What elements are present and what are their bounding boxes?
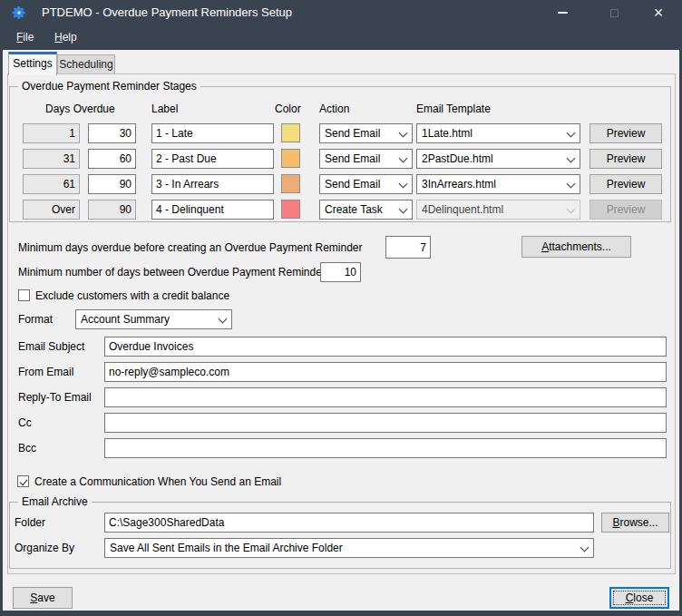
chevron-down-icon xyxy=(399,130,407,138)
organize-by-label: Organize By xyxy=(15,538,74,558)
stage-action-dropdown-value: Send Email xyxy=(325,127,380,140)
email-field-input[interactable] xyxy=(104,438,667,458)
exclude-checkbox[interactable] xyxy=(18,289,30,301)
gear-icon xyxy=(11,5,27,21)
stage-row: Send Email1Late.htmlPreview xyxy=(0,123,682,143)
email-field-label: From Email xyxy=(18,362,73,382)
stage-days-from-input xyxy=(23,123,80,143)
email-field-input[interactable] xyxy=(104,362,667,382)
folder-label: Folder xyxy=(15,513,45,533)
tab-scheduling[interactable]: Scheduling xyxy=(57,54,115,73)
min-between-label: Minimum number of days between Overdue P… xyxy=(18,262,331,282)
close-icon: × xyxy=(654,5,664,21)
chevron-down-icon xyxy=(399,206,407,214)
header-action: Action xyxy=(319,103,349,115)
stage-preview-button: Preview xyxy=(589,200,662,220)
header-label: Label xyxy=(151,103,178,115)
stage-action-dropdown-value: Send Email xyxy=(325,152,380,165)
stage-action-dropdown-value: Send Email xyxy=(325,178,380,191)
maximize-icon xyxy=(610,9,619,17)
header-color: Color xyxy=(275,103,301,115)
stage-color-swatch[interactable] xyxy=(281,200,300,219)
stage-preview-button[interactable]: Preview xyxy=(589,149,662,169)
stage-days-to-input xyxy=(88,200,136,220)
stage-days-from-input xyxy=(23,149,80,169)
menu-help[interactable]: Help xyxy=(47,25,84,50)
email-field-label: Email Subject xyxy=(18,337,84,357)
chevron-down-icon xyxy=(580,544,589,552)
email-field-label: Reply-To Email xyxy=(18,387,92,407)
format-value: Account Summary xyxy=(81,313,170,326)
min-between-input[interactable] xyxy=(320,262,361,282)
email-field-input[interactable] xyxy=(104,337,667,357)
stage-template-dropdown: 4Delinquent.html xyxy=(416,200,580,220)
app-window: PTDEMO - Overdue Payment Reminders Setup… xyxy=(0,0,682,616)
stage-days-from-input xyxy=(23,174,80,194)
attachments-button[interactable]: Attachments... xyxy=(521,236,631,258)
close-button[interactable]: Close xyxy=(609,587,669,609)
stage-color-swatch[interactable] xyxy=(281,123,300,142)
email-field-label: Bcc xyxy=(18,438,36,458)
stage-template-dropdown-value: 1Late.html xyxy=(422,127,473,140)
minimize-button[interactable] xyxy=(544,0,580,25)
stage-template-dropdown-value: 2PastDue.html xyxy=(422,152,493,165)
chevron-down-icon xyxy=(219,316,227,324)
stage-template-dropdown-value: 4Delinquent.html xyxy=(422,203,503,216)
window-title: PTDEMO - Overdue Payment Reminders Setup xyxy=(42,0,292,25)
stage-label-input[interactable] xyxy=(151,123,274,143)
stage-days-to-input[interactable] xyxy=(88,123,136,143)
communication-checkbox-label: Create a Communication When You Send an … xyxy=(34,472,281,492)
stage-preview-button[interactable]: Preview xyxy=(589,123,662,143)
minimize-icon xyxy=(558,12,568,14)
format-label: Format xyxy=(18,309,53,329)
stage-action-dropdown[interactable]: Create Task xyxy=(319,200,413,220)
communication-checkbox[interactable] xyxy=(17,475,29,487)
min-days-label: Minimum days overdue before creating an … xyxy=(18,238,363,258)
browse-button[interactable]: Browse... xyxy=(601,513,669,533)
chevron-down-icon xyxy=(567,181,575,189)
email-field-label: Cc xyxy=(18,413,32,433)
stage-label-input[interactable] xyxy=(151,174,274,194)
menu-file[interactable]: File xyxy=(9,25,41,50)
stage-row: Send Email3InArrears.htmlPreview xyxy=(0,174,682,194)
stage-label-input[interactable] xyxy=(151,149,274,169)
stage-row: Create Task4Delinquent.htmlPreview xyxy=(0,200,682,220)
stage-template-dropdown[interactable]: 3InArrears.html xyxy=(416,174,580,194)
exclude-checkbox-label: Exclude customers with a credit balance xyxy=(35,286,229,306)
email-archive-group-title: Email Archive xyxy=(18,495,92,508)
organize-by-dropdown[interactable]: Save All Sent Emails in the Email Archiv… xyxy=(104,538,594,558)
chevron-down-icon xyxy=(567,155,575,163)
organize-by-value: Save All Sent Emails in the Email Archiv… xyxy=(110,542,343,554)
title-bar: PTDEMO - Overdue Payment Reminders Setup… xyxy=(0,0,682,25)
tab-settings[interactable]: Settings xyxy=(8,52,57,75)
format-dropdown[interactable]: Account Summary xyxy=(75,309,232,329)
stages-group-title: Overdue Payment Reminder Stages xyxy=(18,80,200,93)
min-days-input[interactable] xyxy=(385,236,431,259)
stage-action-dropdown-value: Create Task xyxy=(325,203,383,216)
email-field-input[interactable] xyxy=(104,413,667,433)
chevron-down-icon xyxy=(399,155,407,163)
maximize-button xyxy=(596,0,632,25)
stage-preview-button[interactable]: Preview xyxy=(589,174,662,194)
stage-days-to-input[interactable] xyxy=(88,149,136,169)
stage-color-swatch[interactable] xyxy=(281,174,300,193)
stage-label-input[interactable] xyxy=(151,200,274,220)
email-field-input[interactable] xyxy=(104,387,667,407)
chevron-down-icon xyxy=(567,206,575,214)
header-days-overdue: Days Overdue xyxy=(45,103,115,115)
folder-input[interactable] xyxy=(104,513,594,533)
stage-action-dropdown[interactable]: Send Email xyxy=(319,123,413,143)
save-button[interactable]: Save xyxy=(13,587,73,609)
stage-row: Send Email2PastDue.htmlPreview xyxy=(0,149,682,169)
stage-template-dropdown[interactable]: 2PastDue.html xyxy=(416,149,580,169)
header-email-template: Email Template xyxy=(416,103,491,115)
stage-days-from-input xyxy=(23,200,80,220)
close-window-button[interactable]: × xyxy=(640,0,677,25)
stage-color-swatch[interactable] xyxy=(281,149,300,168)
stage-days-to-input[interactable] xyxy=(88,174,136,194)
chevron-down-icon xyxy=(399,181,407,189)
stage-template-dropdown-value: 3InArrears.html xyxy=(422,178,496,191)
stage-template-dropdown[interactable]: 1Late.html xyxy=(416,123,580,143)
stage-action-dropdown[interactable]: Send Email xyxy=(319,174,413,194)
stage-action-dropdown[interactable]: Send Email xyxy=(319,149,413,169)
